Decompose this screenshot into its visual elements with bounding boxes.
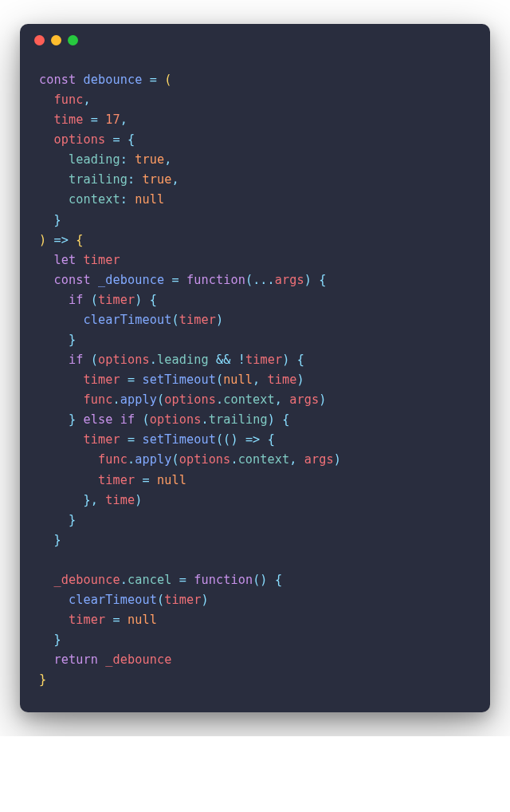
code-token: { — [128, 132, 135, 147]
code-token: { — [268, 432, 275, 447]
code-token: . — [201, 412, 208, 427]
code-token: const — [54, 273, 91, 287]
code-token: ( — [157, 593, 164, 607]
code-token: ) — [135, 293, 142, 307]
code-token: time — [54, 112, 84, 127]
code-token: ( — [245, 273, 253, 287]
code-token: { — [319, 273, 326, 287]
code-token: debounce — [83, 73, 142, 87]
code-token: args — [289, 392, 319, 407]
code-token: context — [238, 452, 290, 467]
code-token: } — [54, 633, 61, 647]
code-token: => — [245, 432, 261, 447]
code-token: && — [216, 353, 231, 367]
code-token: if — [69, 293, 84, 307]
code-token: timer — [69, 613, 105, 627]
code-token: null — [135, 192, 164, 207]
code-token: trailing — [209, 412, 268, 427]
code-block: const debounce = ( func, time = 17, opti… — [20, 56, 490, 712]
close-icon[interactable] — [34, 35, 45, 45]
code-token: ) — [282, 353, 289, 367]
code-token: { — [297, 353, 304, 367]
code-token: . — [112, 392, 120, 407]
code-token: ... — [253, 273, 275, 287]
code-token: . — [128, 452, 135, 467]
code-token: function — [186, 273, 245, 287]
code-token: : — [120, 192, 128, 207]
code-token: ) — [201, 593, 208, 607]
code-token: ) — [268, 412, 275, 427]
code-token: , — [171, 172, 178, 187]
window-titlebar — [20, 24, 490, 56]
code-token: ( — [171, 313, 178, 327]
code-token: ) — [304, 273, 312, 287]
code-token: _debounce — [54, 573, 120, 587]
code-token: timer — [245, 353, 282, 367]
code-token: clearTimeout — [83, 313, 171, 327]
code-token: leading — [69, 152, 120, 167]
code-token: ) — [39, 233, 46, 247]
code-token: true — [135, 152, 164, 167]
code-token: true — [142, 172, 171, 187]
code-token: : — [128, 172, 135, 187]
code-token: = — [142, 473, 149, 487]
code-token: . — [230, 452, 237, 467]
code-token: null — [223, 372, 253, 387]
code-token: } — [69, 412, 76, 427]
code-token: = — [91, 112, 98, 127]
code-token: null — [157, 473, 186, 487]
code-token: options — [164, 392, 216, 407]
code-token: ( — [216, 372, 223, 387]
code-token: }, — [83, 493, 98, 507]
code-token: ( — [171, 452, 178, 467]
code-token: const — [39, 73, 76, 87]
code-token: if — [120, 412, 135, 427]
code-token: func — [98, 452, 128, 467]
code-token: } — [39, 672, 46, 687]
code-window: const debounce = ( func, time = 17, opti… — [20, 24, 490, 712]
code-token: => — [54, 233, 69, 247]
code-token: ( — [157, 392, 164, 407]
code-token: , — [83, 93, 90, 107]
code-token: clearTimeout — [69, 593, 157, 607]
code-token: } — [69, 333, 76, 347]
code-token: . — [120, 573, 128, 587]
code-token: return — [54, 652, 98, 667]
code-token: function — [194, 573, 253, 587]
code-token: { — [282, 412, 289, 427]
code-token: options — [98, 353, 150, 367]
code-token: trailing — [69, 172, 128, 187]
maximize-icon[interactable] — [68, 35, 78, 45]
code-token: time — [105, 493, 135, 507]
code-token: options — [54, 132, 106, 147]
code-token: time — [268, 372, 297, 387]
code-token: args — [275, 273, 304, 287]
code-token: = — [112, 132, 120, 147]
code-token: } — [54, 213, 61, 227]
code-token: let — [54, 253, 76, 267]
code-token: } — [69, 513, 76, 527]
code-token: timer — [83, 253, 120, 267]
code-token: = — [128, 372, 135, 387]
code-token: , — [275, 392, 282, 407]
code-token: ( — [91, 353, 98, 367]
code-token: = — [112, 613, 120, 627]
code-token: timer — [83, 432, 120, 447]
code-token: ) — [135, 493, 142, 507]
code-token: options — [179, 452, 231, 467]
code-token: ) — [216, 313, 223, 327]
code-token: timer — [164, 593, 201, 607]
code-token: else — [83, 412, 112, 427]
code-token: : — [120, 152, 128, 167]
code-token: = — [150, 73, 157, 87]
code-token: ( — [91, 293, 98, 307]
code-token: = — [171, 273, 178, 287]
code-token: { — [150, 293, 157, 307]
code-token: { — [76, 233, 83, 247]
code-token: } — [54, 533, 61, 547]
code-token: _debounce — [98, 273, 164, 287]
code-token: options — [150, 412, 202, 427]
minimize-icon[interactable] — [51, 35, 61, 45]
code-token: ( — [164, 73, 171, 87]
code-token: timer — [98, 473, 135, 487]
